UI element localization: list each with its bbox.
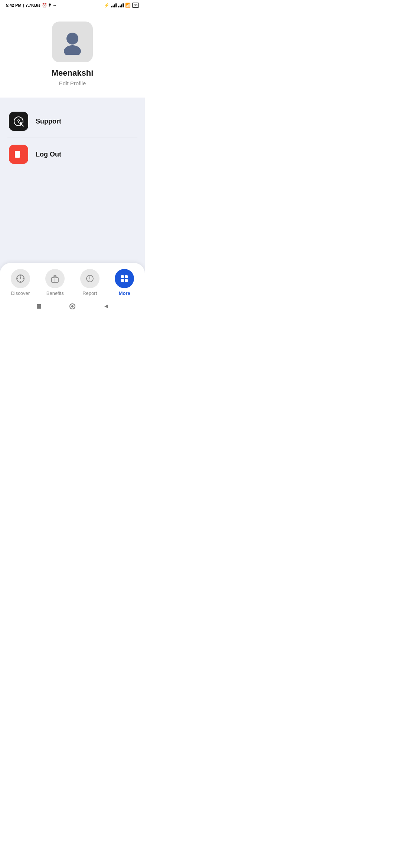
report-icon-wrap <box>80 269 100 288</box>
edit-profile-button[interactable]: Edit Profile <box>59 80 86 86</box>
svg-rect-27 <box>37 304 41 309</box>
profile-section: Meenakshi Edit Profile <box>0 10 145 98</box>
nav-items: Discover Benefits <box>0 269 145 296</box>
report-icon <box>85 274 94 283</box>
network-speed: | <box>23 3 24 7</box>
nav-item-report[interactable]: Report <box>72 269 107 296</box>
svg-rect-24 <box>125 275 128 278</box>
svg-rect-26 <box>125 279 128 282</box>
svg-rect-25 <box>121 279 124 282</box>
avatar <box>52 22 93 62</box>
discover-icon-wrap <box>11 269 30 288</box>
pay-icon: ₱ <box>49 3 51 8</box>
main-content: Meenakshi Edit Profile ? Support <box>0 10 145 313</box>
wifi-icon: 📶 <box>125 3 131 8</box>
support-icon-wrap: ? <box>9 112 28 131</box>
support-label: Support <box>36 118 61 125</box>
network-speed-value: 7.7KB/s <box>26 3 40 7</box>
android-square-btn[interactable] <box>36 303 42 309</box>
more-label: More <box>119 290 130 296</box>
battery-indicator: 83 <box>132 3 139 8</box>
svg-marker-16 <box>20 276 21 279</box>
svg-line-6 <box>22 125 23 126</box>
svg-rect-9 <box>15 151 20 157</box>
svg-rect-19 <box>54 277 56 278</box>
benefits-icon <box>50 274 59 283</box>
signal-bars-1 <box>111 3 117 7</box>
bottom-nav-wrapper: Discover Benefits <box>0 263 145 313</box>
dots-icon: ··· <box>53 3 56 7</box>
svg-point-22 <box>89 280 90 280</box>
status-right: ⚡ 📶 83 <box>104 3 139 8</box>
logout-icon-wrap <box>9 145 28 164</box>
discover-label: Discover <box>11 290 30 296</box>
svg-marker-30 <box>104 305 108 308</box>
discover-icon <box>16 274 25 283</box>
logout-menu-item[interactable]: Log Out <box>0 138 145 171</box>
signal-bars-2 <box>118 3 124 7</box>
nav-item-benefits[interactable]: Benefits <box>38 269 73 296</box>
benefits-label: Benefits <box>46 290 64 296</box>
status-bar: 5:42 PM | 7.7KB/s ⏰ ₱ ··· ⚡ 📶 83 <box>0 0 145 10</box>
more-icon <box>120 274 129 283</box>
support-menu-item[interactable]: ? Support <box>0 105 145 138</box>
report-label: Report <box>82 290 97 296</box>
more-icon-wrap <box>115 269 134 288</box>
svg-rect-23 <box>121 275 124 278</box>
bluetooth-icon: ⚡ <box>104 3 110 8</box>
alarm-icon: ⏰ <box>42 3 47 8</box>
logout-icon <box>13 149 24 160</box>
nav-item-discover[interactable]: Discover <box>3 269 38 296</box>
logout-label: Log Out <box>36 151 61 158</box>
svg-point-29 <box>71 305 74 308</box>
bottom-nav: Discover Benefits <box>0 263 145 300</box>
nav-item-more[interactable]: More <box>107 269 142 296</box>
status-left: 5:42 PM | 7.7KB/s ⏰ ₱ ··· <box>6 3 56 8</box>
time: 5:42 PM <box>6 3 22 7</box>
avatar-svg <box>59 29 85 55</box>
benefits-icon-wrap <box>45 269 65 288</box>
profile-name: Meenakshi <box>52 68 94 78</box>
android-navbar <box>0 300 145 313</box>
android-back-btn[interactable] <box>103 303 109 309</box>
android-home-btn[interactable] <box>69 303 76 310</box>
svg-point-0 <box>66 33 78 45</box>
svg-point-1 <box>64 45 81 55</box>
support-icon: ? <box>13 116 24 126</box>
